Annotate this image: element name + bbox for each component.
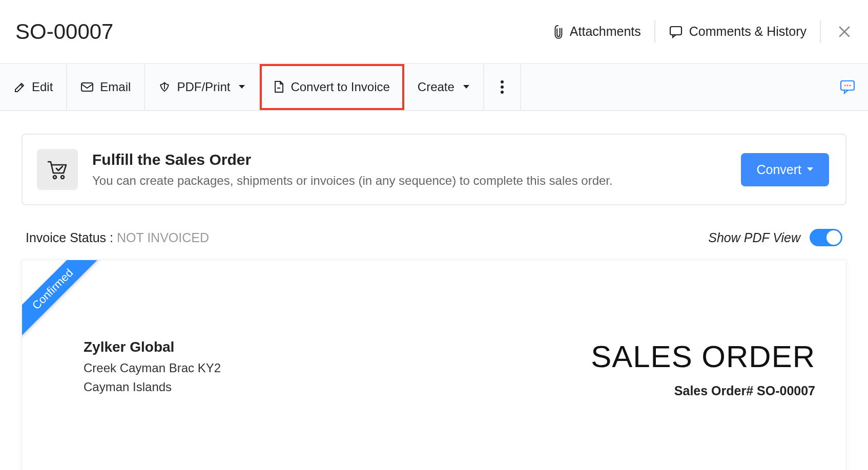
company-name: Zylker Global xyxy=(84,339,221,355)
chevron-down-icon xyxy=(463,84,470,90)
svg-point-9 xyxy=(53,176,56,179)
pdf-icon xyxy=(158,81,171,93)
close-button[interactable] xyxy=(834,25,852,39)
svg-point-8 xyxy=(850,85,851,87)
fulfill-banner: Fulfill the Sales Order You can create p… xyxy=(22,134,846,205)
convert-to-invoice-button[interactable]: Convert to Invoice xyxy=(260,64,404,110)
convert-label: Convert xyxy=(756,162,801,177)
edit-label: Edit xyxy=(32,80,53,94)
more-vertical-icon xyxy=(500,80,504,94)
page-header: SO-00007 Attachments Comments & History xyxy=(0,0,868,64)
svg-point-3 xyxy=(501,86,504,89)
toggle-knob xyxy=(826,230,841,245)
address-line-2: Cayman Islands xyxy=(84,377,221,396)
banner-subtitle: You can create packages, shipments or in… xyxy=(92,174,727,188)
create-button[interactable]: Create xyxy=(404,64,484,110)
status-separator: : xyxy=(106,230,117,245)
status-value: NOT INVOICED xyxy=(117,230,209,245)
header-actions: Attachments Comments & History xyxy=(552,20,852,43)
attachments-label: Attachments xyxy=(570,24,641,39)
convert-button[interactable]: Convert xyxy=(741,153,829,186)
close-icon xyxy=(837,25,852,39)
pdf-view-toggle-group: Show PDF View xyxy=(708,229,842,246)
chevron-down-icon xyxy=(238,84,245,90)
edit-button[interactable]: Edit xyxy=(0,64,67,110)
pdf-label: PDF/Print xyxy=(177,80,230,94)
svg-rect-0 xyxy=(670,27,681,35)
divider xyxy=(820,20,821,43)
attachments-button[interactable]: Attachments xyxy=(552,24,641,39)
chevron-down-icon xyxy=(807,167,814,172)
document-type: SALES ORDER xyxy=(591,339,815,374)
document-preview: Confirmed Zylker Global Creek Cayman Bra… xyxy=(22,260,846,470)
comments-history-button[interactable]: Comments & History xyxy=(669,24,807,39)
mail-icon xyxy=(80,82,94,92)
document-icon xyxy=(273,80,284,94)
document-title-block: SALES ORDER Sales Order# SO-00007 xyxy=(591,339,815,398)
status-row: Invoice Status : NOT INVOICED Show PDF V… xyxy=(26,229,842,246)
email-button[interactable]: Email xyxy=(67,64,145,110)
svg-point-2 xyxy=(501,80,504,83)
convert-invoice-label: Convert to Invoice xyxy=(291,80,389,94)
chat-icon xyxy=(669,25,683,39)
svg-point-4 xyxy=(501,91,504,94)
more-actions-button[interactable] xyxy=(484,64,521,110)
comments-label: Comments & History xyxy=(689,24,807,39)
create-label: Create xyxy=(418,80,454,94)
main-content: Fulfill the Sales Order You can create p… xyxy=(0,111,868,470)
pdf-view-toggle[interactable] xyxy=(810,229,842,246)
svg-point-6 xyxy=(844,85,846,87)
page-title: SO-00007 xyxy=(15,19,113,44)
pencil-icon xyxy=(13,81,26,93)
pdf-print-button[interactable]: PDF/Print xyxy=(145,64,260,110)
svg-point-7 xyxy=(847,85,849,87)
divider xyxy=(654,20,655,43)
cart-icon-badge xyxy=(37,149,78,190)
status-ribbon: Confirmed xyxy=(22,260,108,344)
chat-bubble-icon xyxy=(839,79,856,95)
company-block: Zylker Global Creek Cayman Brac KY2 Caym… xyxy=(84,339,221,396)
status-label: Invoice Status xyxy=(26,230,106,245)
address-line-1: Creek Cayman Brac KY2 xyxy=(84,358,221,377)
banner-text: Fulfill the Sales Order You can create p… xyxy=(92,151,727,188)
banner-title: Fulfill the Sales Order xyxy=(92,151,727,168)
invoice-status: Invoice Status : NOT INVOICED xyxy=(26,230,209,245)
paperclip-icon xyxy=(552,24,564,39)
action-toolbar: Edit Email PDF/Print Conver xyxy=(0,64,868,111)
svg-rect-1 xyxy=(81,83,93,91)
document-body: Zylker Global Creek Cayman Brac KY2 Caym… xyxy=(84,339,815,398)
email-label: Email xyxy=(100,80,131,94)
svg-point-10 xyxy=(61,176,64,179)
toolbar-chat-button[interactable] xyxy=(839,79,856,95)
cart-check-icon xyxy=(46,159,69,180)
document-number: Sales Order# SO-00007 xyxy=(591,383,815,398)
pdf-view-label: Show PDF View xyxy=(708,230,800,245)
